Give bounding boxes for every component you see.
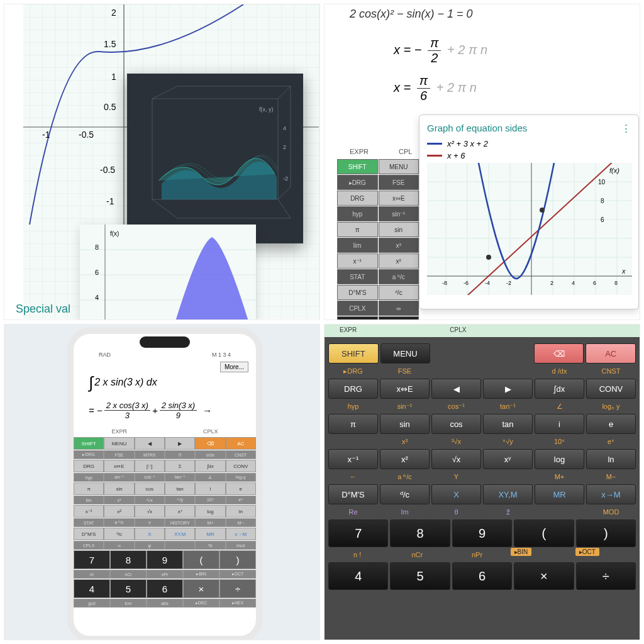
key-x[interactable]: x³ (104, 496, 134, 504)
key-ac[interactable]: a ᵇ/c (104, 518, 134, 527)
key-[interactable]: ∞ (104, 541, 134, 550)
key-c[interactable]: ᵈ/c (104, 528, 134, 540)
key-log[interactable]: log (535, 449, 584, 469)
key-x[interactable]: X (135, 528, 165, 540)
key-[interactable]: ◀ (431, 379, 481, 399)
key-e[interactable]: e (586, 414, 636, 434)
key-tan[interactable]: tan (483, 414, 533, 434)
key-x[interactable]: x⁻¹ (328, 449, 378, 469)
key-[interactable]: Π (165, 450, 195, 459)
key-drg[interactable]: DRG (328, 379, 378, 399)
key-[interactable]: π (74, 482, 104, 495)
key-i[interactable]: i (195, 482, 225, 495)
key-dms[interactable]: D°M'S (337, 285, 378, 300)
key-x[interactable]: xʸ (165, 505, 195, 518)
key-abs[interactable]: abs (147, 599, 183, 608)
key-menu[interactable]: MENU (104, 437, 134, 450)
key-[interactable]: [∷] (135, 460, 165, 472)
key-ac[interactable]: a ᵇ/c (379, 269, 419, 284)
key-drg[interactable]: ▸DRG (337, 175, 378, 190)
key-10[interactable]: 10ˣ (535, 435, 584, 448)
key-dec[interactable]: ▸DEC (183, 599, 219, 608)
key-blank[interactable] (535, 506, 584, 518)
key-xe[interactable]: x⇔E (380, 379, 430, 399)
key-logy[interactable]: logₓ y (586, 400, 636, 413)
key-lcm[interactable]: lcm (110, 599, 147, 608)
key-ncr[interactable]: nCr (110, 570, 147, 579)
key-stat[interactable]: STAT (337, 269, 378, 284)
key-x[interactable]: ³√x (135, 496, 165, 504)
key-fse[interactable]: FSE (380, 365, 430, 377)
key-hyp[interactable]: hyp (337, 206, 378, 221)
key-5[interactable]: 5 (390, 562, 450, 590)
key-mtrx[interactable]: MTRX (135, 450, 165, 459)
key-ac[interactable]: AC (226, 437, 256, 450)
key-e[interactable]: eˣ (226, 496, 256, 504)
key-sin[interactable]: sin (104, 482, 134, 495)
key-ddx[interactable]: d /dx (535, 365, 584, 377)
key-[interactable]: ◀ (135, 437, 165, 450)
more-button[interactable]: More... (220, 362, 248, 372)
key-[interactable]: ) (576, 519, 636, 547)
key-m[interactable]: M+ (535, 470, 584, 483)
key-x[interactable]: x⁻¹ (337, 253, 378, 269)
key-oct[interactable]: ▸OCT (573, 548, 636, 561)
key-x[interactable]: x² (380, 449, 430, 469)
key-xe[interactable]: x⇔E (379, 191, 419, 206)
key-lim[interactable]: lim (337, 238, 378, 253)
key-logy[interactable]: logₓy (226, 473, 256, 482)
popup-menu-icon[interactable]: ⋮ (621, 123, 631, 134)
key-dms[interactable]: D°M'S (328, 484, 378, 504)
key-im[interactable]: Im (380, 506, 430, 518)
key-hyp[interactable]: hyp (74, 473, 104, 482)
key-e[interactable]: eˣ (586, 435, 636, 448)
key-7[interactable]: 7 (328, 519, 388, 547)
key-hyp[interactable]: hyp (328, 400, 378, 413)
key-dx[interactable]: ∫dx (535, 379, 584, 399)
key-[interactable]: ⌫ (195, 437, 225, 450)
key-history[interactable]: HISTORY (165, 518, 195, 527)
key-lim[interactable]: lim (74, 496, 104, 504)
key-x[interactable]: x² (379, 253, 419, 269)
key-dms[interactable]: D°M'S (74, 528, 104, 540)
key-x[interactable]: x⁻¹ (74, 505, 104, 518)
key-y[interactable]: Y (135, 518, 165, 527)
key-cplx[interactable]: CPLX (337, 301, 378, 316)
key-mr[interactable]: MR (195, 528, 225, 540)
key-[interactable]: % (195, 541, 225, 550)
key-m[interactable]: M− (226, 518, 256, 527)
key-[interactable]: × (183, 579, 219, 598)
key-tan[interactable]: tan⁻¹ (483, 400, 533, 413)
key-bin[interactable]: ▸BIN (183, 570, 219, 579)
key-x[interactable]: X (431, 484, 481, 504)
key-bin[interactable]: ▸BIN (508, 548, 571, 561)
key-[interactable]: π (337, 222, 378, 237)
key-[interactable]: ÷ (576, 562, 636, 590)
key-m[interactable]: M+ (195, 518, 225, 527)
key-y[interactable]: Y (431, 470, 481, 483)
key-shift[interactable]: SHIFT (337, 159, 378, 174)
key-ln[interactable]: ln (586, 449, 636, 469)
key-log[interactable]: log (195, 505, 225, 518)
key-y[interactable]: ˣ√y (483, 435, 533, 448)
key-7[interactable]: 7 (337, 316, 378, 320)
key-5[interactable]: 5 (110, 579, 147, 598)
key-dx[interactable]: ∫dx (195, 460, 225, 472)
key-i[interactable]: i (535, 414, 584, 434)
special-values-link[interactable]: Special val (16, 303, 70, 316)
key-[interactable]: θ (431, 506, 481, 518)
key-mod[interactable]: MOD (586, 506, 636, 518)
key-6[interactable]: 6 (452, 562, 512, 590)
key-drg[interactable]: DRG (337, 191, 378, 206)
key-drg[interactable]: ▸DRG (328, 365, 378, 377)
key-shift[interactable]: SHIFT (74, 437, 104, 450)
key-blank[interactable] (483, 470, 533, 483)
key-cos[interactable]: cos⁻¹ (135, 473, 165, 482)
key-cos[interactable]: cos (135, 482, 165, 495)
key-n[interactable]: n! (74, 570, 110, 579)
key-ln[interactable]: ln (226, 505, 256, 518)
key-gcd[interactable]: gcd (74, 599, 110, 608)
key-oct[interactable]: ▸OCT (219, 570, 256, 579)
key-menu[interactable]: MENU (379, 159, 419, 174)
key-8[interactable]: 8 (390, 519, 450, 547)
